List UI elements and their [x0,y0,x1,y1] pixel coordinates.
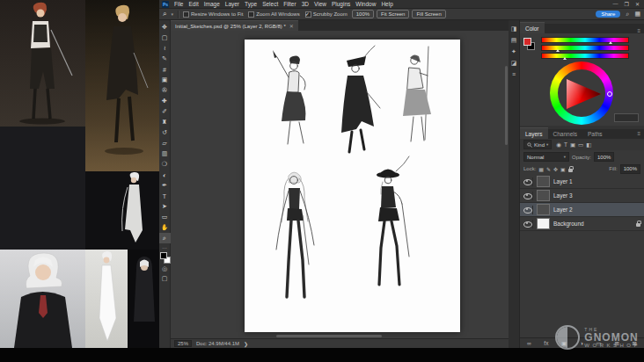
collapsed-panel-icon[interactable]: ≡ [512,71,516,77]
menu-item[interactable]: Type [245,1,257,7]
blend-mode-dropdown[interactable]: Normal ▾ [523,152,569,162]
zoom-preset-button[interactable]: 100% [352,10,374,18]
share-button[interactable]: Share [596,11,620,18]
screen-mode-icon[interactable]: ▢ [159,273,171,283]
status-chevron-icon[interactable]: ❯ [244,341,248,347]
tool-item[interactable]: ↺ [159,127,171,138]
tool-item[interactable]: ▥ [159,148,171,159]
zoom-preset-button[interactable]: Fit Screen [377,10,409,18]
layer-visibility-toggle[interactable] [523,220,533,228]
document-page[interactable] [245,40,460,332]
layer-row[interactable]: Layer 3 [520,189,644,203]
menu-item[interactable]: Layer [225,1,239,7]
layer-filter-icon[interactable]: ▭ [578,141,583,148]
window-control-icon[interactable]: ✕ [635,1,640,7]
lock-option-icon[interactable]: ▣ [560,166,566,172]
hex-value-box[interactable] [614,113,639,122]
menu-item[interactable]: Select [262,1,278,7]
window-control-icon[interactable]: — [613,1,618,7]
zoom-preset-button[interactable]: Fill Screen [412,10,445,18]
tab-color[interactable]: Color [520,22,545,33]
tab-close-icon[interactable]: ✕ [289,23,294,29]
tool-item[interactable]: ▣ [159,75,171,85]
layer-row[interactable]: Background [520,217,644,231]
canvas-area[interactable] [171,31,509,338]
checkbox-icon[interactable] [305,11,311,18]
layers-panel-tab[interactable]: Layers [520,127,548,139]
checkbox-icon[interactable] [183,11,189,18]
collapsed-panel-icon[interactable]: ✦ [511,48,516,55]
layer-row[interactable]: Layer 2 [520,203,644,217]
foreground-color-chip[interactable] [523,38,531,46]
tool-item[interactable]: ⌕ [159,233,171,243]
menu-item[interactable]: Help [381,1,392,7]
collapsed-panel-icon[interactable]: ▤ [511,37,517,44]
collapsed-panel-icon[interactable]: ◪ [511,60,517,67]
layer-filter-icon[interactable]: ◧ [586,141,591,148]
hue-selector-dot[interactable] [607,91,612,97]
checkbox-icon[interactable] [248,11,254,18]
tool-item[interactable]: ✋ [159,222,171,233]
menu-item[interactable]: Filter [283,1,296,7]
layer-row[interactable]: Layer 1 [520,175,644,189]
tool-item[interactable]: ≀ [159,43,171,54]
tool-item[interactable]: ◐ [159,170,171,180]
layers-footer-icon[interactable]: ∞ [527,340,531,346]
menu-item[interactable]: View [314,1,326,7]
layer-thumbnail[interactable] [537,204,550,215]
tool-item[interactable]: ▢ [159,33,171,43]
tool-item[interactable]: ✥ [159,22,171,33]
layer-thumbnail[interactable] [537,176,550,187]
layers-panel-tab[interactable]: Paths [582,128,608,139]
lock-option-icon[interactable]: ▦ [538,166,544,172]
layer-filter-icon[interactable]: T [564,141,567,148]
foreground-color-swatch[interactable] [160,252,167,259]
green-hue-slider[interactable] [541,45,629,51]
zoom-option-checkbox[interactable]: Scrubby Zoom [305,11,348,18]
fill-dropdown[interactable]: 100% [620,164,640,174]
menu-item[interactable]: Plugins [332,1,350,7]
tool-item[interactable]: ✎ [159,54,171,64]
menu-item[interactable]: Image [204,1,220,7]
collapsed-panel-icon[interactable]: ◨ [511,25,517,33]
tool-item[interactable]: ♜ [159,117,171,127]
layer-thumbnail[interactable] [537,190,550,201]
tool-item[interactable]: ➤ [159,201,171,212]
menu-item[interactable]: 3D [302,1,309,7]
blue-hue-slider[interactable] [541,53,629,59]
red-hue-slider[interactable] [541,37,629,43]
document-tab[interactable]: Initial_Sketches.psd @ 25% (Layer 2, RGB… [171,20,298,31]
tool-item[interactable]: ▱ [159,138,171,148]
tool-item[interactable]: ✚ [159,96,171,106]
layers-panel-menu-icon[interactable]: ≡ [637,131,644,136]
workspace-switcher-icon[interactable]: ▦ [634,11,640,18]
menu-item[interactable]: Window [355,1,376,7]
tool-item[interactable]: T [159,191,171,201]
quick-mask-icon[interactable]: ◎ [159,264,171,273]
layer-visibility-toggle[interactable] [523,192,533,200]
layer-visibility-toggle[interactable] [523,206,533,214]
layer-thumbnail[interactable] [537,218,550,229]
vertical-scrollbar[interactable] [505,66,508,145]
edit-toolbar-ellipsis[interactable]: … [162,244,167,250]
search-icon[interactable]: ⌕ [626,11,629,18]
slider-handle[interactable] [556,49,560,52]
tool-item[interactable]: ✒ [159,180,171,191]
zoom-level-field[interactable]: 25% [174,340,192,347]
slider-handle[interactable] [563,57,567,60]
tool-item[interactable]: ✐ [159,106,171,117]
layer-visibility-toggle[interactable] [523,177,533,186]
kind-filter-dropdown[interactable]: Kind ▾ [523,140,552,149]
zoom-option-checkbox[interactable]: Resize Windows to Fit [183,11,243,18]
tool-item[interactable]: ✇ [159,85,171,96]
tool-item[interactable]: ▭ [159,212,171,222]
menu-item[interactable]: Edit [188,1,198,7]
menu-item[interactable]: File [174,1,183,7]
horizontal-scrollbar[interactable] [276,335,382,337]
opacity-dropdown[interactable]: 100% [594,152,614,162]
layer-filter-icon[interactable]: ▣ [570,141,575,148]
window-control-icon[interactable]: ❐ [625,1,629,7]
slider-handle[interactable] [609,41,612,44]
tool-item[interactable]: ❍ [159,159,171,170]
tool-item[interactable]: # [159,64,171,75]
